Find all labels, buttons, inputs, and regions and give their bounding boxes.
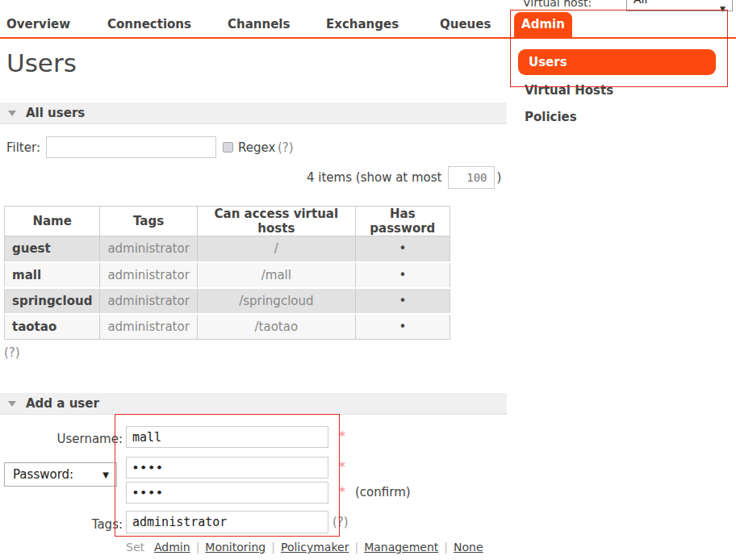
items-count-row: 4 items (show at most ) [307, 166, 501, 189]
user-name-link[interactable]: taotao [5, 314, 100, 340]
set-tag-none[interactable]: None [454, 541, 483, 554]
separator: | [354, 541, 358, 554]
user-tags: administrator [100, 236, 197, 262]
section-header-add-user[interactable]: Add a user [0, 393, 507, 415]
col-header-has-password: Has password [355, 207, 450, 236]
required-marker: * [339, 428, 345, 444]
virtual-host-label: Virtual host: [523, 0, 592, 9]
table-row: guest administrator / • [5, 236, 450, 262]
table-header-row: Name Tags Can access virtual hosts Has p… [5, 207, 450, 236]
table-row: springcloud administrator /springcloud • [5, 288, 450, 314]
users-table: Name Tags Can access virtual hosts Has p… [4, 206, 450, 340]
password-select-label: Password: [13, 463, 73, 486]
collapse-triangle-icon [8, 111, 16, 116]
section-label: All users [26, 102, 85, 124]
set-tag-management[interactable]: Management [364, 541, 438, 554]
has-password-dot: • [355, 288, 450, 314]
has-password-dot: • [355, 262, 450, 288]
col-header-name: Name [5, 207, 100, 236]
password-type-select[interactable]: Password: ▼ [4, 462, 117, 487]
sidebar-item-policies[interactable]: Policies [525, 110, 577, 124]
tab-admin[interactable]: Admin [514, 12, 572, 37]
filter-label: Filter: [6, 140, 40, 155]
items-close-paren: ) [497, 170, 502, 185]
collapse-triangle-icon [8, 401, 16, 407]
user-tags: administrator [100, 288, 197, 314]
col-header-vhosts: Can access virtual hosts [197, 207, 355, 236]
separator: | [444, 541, 448, 554]
page-title: Users [6, 48, 77, 77]
confirm-note: (confirm) [355, 485, 411, 499]
has-password-dot: • [355, 314, 450, 340]
required-marker: * [339, 484, 345, 499]
has-password-dot: • [355, 236, 450, 262]
regex-checkbox[interactable] [223, 142, 233, 153]
user-vhosts: /springcloud [197, 288, 355, 314]
nav-underline [0, 37, 736, 39]
tab-exchanges[interactable]: Exchanges [326, 17, 399, 31]
tags-field[interactable] [126, 511, 328, 533]
col-header-tags: Tags [100, 207, 197, 236]
password-confirm-field[interactable] [126, 482, 328, 504]
tab-channels[interactable]: Channels [228, 17, 290, 31]
required-marker: * [339, 459, 345, 474]
user-name-link[interactable]: mall [5, 262, 100, 288]
user-vhosts: / [197, 236, 355, 262]
separator: | [196, 541, 200, 554]
tags-help-link[interactable]: (?) [332, 515, 349, 529]
username-label: Username: [0, 432, 123, 446]
tab-queues[interactable]: Queues [440, 17, 491, 31]
table-help-link[interactable]: (?) [4, 345, 20, 360]
items-count-text: 4 items (show at most [307, 170, 442, 185]
chevron-down-icon: ▼ [720, 0, 726, 20]
virtual-host-value: All [634, 0, 647, 6]
separator: | [271, 541, 275, 554]
regex-help-link[interactable]: (?) [278, 140, 294, 155]
tag-shortcuts-row: SetAdmin|Monitoring|Policymaker|Manageme… [126, 541, 483, 554]
section-header-all-users[interactable]: All users [0, 102, 507, 124]
set-tag-admin[interactable]: Admin [154, 541, 190, 554]
user-vhosts: /mall [197, 262, 355, 288]
virtual-host-select[interactable]: All ▼ [626, 0, 733, 11]
user-vhosts: /taotao [197, 314, 355, 340]
chevron-down-icon: ▼ [102, 470, 109, 479]
section-label: Add a user [26, 393, 99, 415]
user-name-link[interactable]: springcloud [5, 288, 100, 314]
filter-input[interactable] [46, 136, 216, 158]
regex-label: Regex [238, 140, 275, 155]
user-tags: administrator [100, 262, 197, 288]
sidebar-item-users[interactable]: Users [518, 49, 716, 75]
set-tag-monitoring[interactable]: Monitoring [205, 541, 266, 554]
set-label: Set [126, 541, 144, 554]
user-tags: administrator [100, 314, 197, 340]
tab-overview[interactable]: Overview [6, 17, 70, 31]
table-row: taotao administrator /taotao • [5, 314, 450, 340]
tags-label: Tags: [0, 517, 123, 532]
show-at-most-input[interactable] [448, 166, 495, 189]
username-field[interactable] [126, 426, 328, 448]
table-row: mall administrator /mall • [5, 262, 450, 288]
tab-connections[interactable]: Connections [107, 17, 191, 31]
sidebar-item-virtual-hosts[interactable]: Virtual Hosts [525, 83, 613, 98]
user-name-link[interactable]: guest [5, 236, 100, 262]
password-field[interactable] [126, 457, 328, 479]
rabbitmq-users-page: Overview Connections Channels Exchanges … [0, 0, 736, 560]
set-tag-policymaker[interactable]: Policymaker [281, 541, 349, 554]
